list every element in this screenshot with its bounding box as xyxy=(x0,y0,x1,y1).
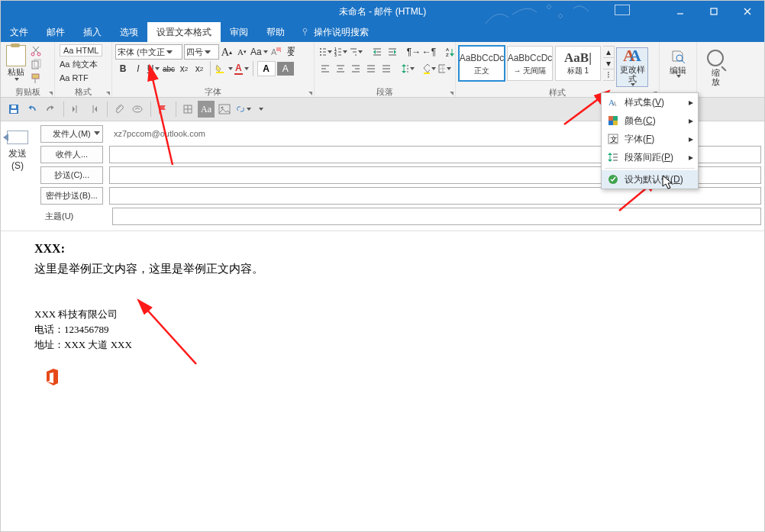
tab-format-text[interactable]: 设置文本格式 xyxy=(147,22,221,42)
format-rtf-button[interactable]: Aa RTF xyxy=(60,73,89,82)
decrease-indent-button[interactable] xyxy=(370,45,384,59)
underline-button[interactable]: U xyxy=(147,62,160,76)
paste-button[interactable]: 粘贴 xyxy=(4,44,28,86)
borders-button[interactable] xyxy=(437,62,451,76)
highlight-color-button[interactable] xyxy=(215,62,233,76)
zoom-button[interactable]: 缩放 xyxy=(702,50,729,97)
maximize-button[interactable] xyxy=(697,1,731,22)
increase-indent-button[interactable] xyxy=(386,45,399,59)
qat-attach-button[interactable] xyxy=(111,101,128,118)
from-button[interactable]: 发件人(M) xyxy=(40,125,103,143)
dd-paragraph-spacing[interactable]: 段落间距(P) ▸ xyxy=(602,148,698,166)
align-center-button[interactable] xyxy=(334,62,347,76)
dd-style-set[interactable]: AA 样式集(V) ▸ xyxy=(602,93,698,111)
qat-link-button[interactable] xyxy=(234,101,251,118)
sig-address: 地址：XXX 大道 XXX xyxy=(34,337,731,353)
tab-options[interactable]: 选项 xyxy=(111,22,147,42)
style-tile-heading1[interactable]: AaB| 标题 1 xyxy=(555,46,601,81)
subscript-button[interactable]: x2 xyxy=(177,62,191,76)
qat-previous-button[interactable] xyxy=(67,101,84,118)
bullets-button[interactable] xyxy=(318,45,332,59)
ltr-button[interactable]: ¶→ xyxy=(407,45,421,59)
tab-help[interactable]: 帮助 xyxy=(257,22,294,42)
svg-text:A: A xyxy=(271,47,277,56)
format-html-button[interactable]: Aa HTML xyxy=(60,44,102,56)
multilevel-button[interactable] xyxy=(349,45,363,59)
cut-button[interactable] xyxy=(30,45,42,57)
change-styles-button[interactable]: AA 更改样式 xyxy=(616,47,648,87)
character-shading-button[interactable]: A xyxy=(277,62,294,76)
grow-font-button[interactable]: A▴ xyxy=(220,45,234,59)
italic-button[interactable]: I xyxy=(131,62,145,76)
svg-rect-15 xyxy=(276,47,281,51)
style-set-icon: AA xyxy=(606,97,620,108)
tab-mail[interactable]: 邮件 xyxy=(37,22,74,42)
tab-file[interactable]: 文件 xyxy=(1,22,37,42)
shrink-font-button[interactable]: A▾ xyxy=(235,45,249,59)
qat-picture-button[interactable] xyxy=(216,101,233,118)
style-tile-normal[interactable]: AaBbCcDc 正文 xyxy=(459,46,505,81)
send-button[interactable]: 发送(S) xyxy=(8,147,27,171)
font-family-combo[interactable]: 宋体 (中文正 xyxy=(115,44,182,60)
bold-button[interactable]: B xyxy=(116,62,130,76)
font-size-combo[interactable]: 四号 xyxy=(184,44,219,60)
to-button[interactable]: 收件人... xyxy=(40,146,103,163)
tab-review[interactable]: 审阅 xyxy=(221,22,257,42)
group-clipboard: 粘贴 剪贴板 xyxy=(1,42,55,97)
format-plain-button[interactable]: Aa 纯文本 xyxy=(60,59,98,70)
svg-marker-93 xyxy=(73,106,75,112)
close-button[interactable] xyxy=(731,1,764,22)
change-styles-icon: AA xyxy=(623,48,641,63)
distribute-button[interactable] xyxy=(379,62,393,76)
character-border-button[interactable]: A xyxy=(257,61,276,76)
tab-insert[interactable]: 插入 xyxy=(74,22,111,42)
svg-marker-83 xyxy=(608,160,612,162)
minimize-button[interactable] xyxy=(663,1,697,22)
qat-customize-button[interactable] xyxy=(253,101,270,118)
qat-redo-button[interactable] xyxy=(42,101,59,118)
message-body[interactable]: XXX: 这里是举例正文内容，这里是举例正文内容。 XXX 科技有限公司 电话：… xyxy=(1,231,764,400)
styles-gallery-more[interactable]: ▴▾⁝ xyxy=(603,46,615,81)
svg-point-6 xyxy=(31,53,34,56)
qat-signature-button[interactable] xyxy=(129,101,146,118)
paragraph-spacing-icon xyxy=(606,152,620,163)
superscript-button[interactable]: x2 xyxy=(192,62,206,76)
cc-button[interactable]: 抄送(C)... xyxy=(40,166,103,184)
strikethrough-button[interactable]: abc xyxy=(162,62,176,76)
shading-button[interactable] xyxy=(422,62,436,76)
dd-set-default[interactable]: 设为默认值(D) xyxy=(602,170,698,189)
svg-text:文: 文 xyxy=(610,135,618,143)
qat-flag-button[interactable] xyxy=(154,101,171,118)
line-spacing-button[interactable] xyxy=(401,62,415,76)
submenu-arrow-icon: ▸ xyxy=(689,134,693,144)
numbering-button[interactable]: 123 xyxy=(334,45,347,59)
edit-button[interactable]: 编辑 xyxy=(664,47,692,97)
align-right-button[interactable] xyxy=(349,62,363,76)
dd-colors[interactable]: 颜色(C) ▸ xyxy=(602,111,698,130)
justify-button[interactable] xyxy=(364,62,378,76)
svg-rect-12 xyxy=(32,74,39,79)
qat-undo-button[interactable] xyxy=(24,101,40,118)
change-case-button[interactable]: Aa xyxy=(250,45,268,59)
qat-next-button[interactable] xyxy=(86,101,102,118)
bcc-button[interactable]: 密件抄送(B)... xyxy=(40,187,103,205)
qat-save-button[interactable] xyxy=(5,101,22,118)
align-left-button[interactable] xyxy=(318,62,332,76)
rtl-button[interactable]: ←¶ xyxy=(422,45,436,59)
ribbon-display-icon[interactable] xyxy=(615,5,630,15)
style-tile-nospacing[interactable]: AaBbCcDc → 无间隔 xyxy=(507,46,553,81)
phonetic-guide-button[interactable]: 变wen xyxy=(285,45,299,59)
svg-text:wen: wen xyxy=(288,46,295,50)
format-painter-button[interactable] xyxy=(30,73,42,85)
subject-input[interactable] xyxy=(112,208,761,225)
svg-text:3: 3 xyxy=(334,53,337,57)
qat-character-shading-button[interactable]: Aa xyxy=(198,101,215,118)
tell-me-search[interactable]: 操作说明搜索 xyxy=(294,26,375,39)
clear-formatting-button[interactable]: A xyxy=(270,45,283,59)
dd-fonts[interactable]: 文 字体(F) ▸ xyxy=(602,130,698,148)
svg-point-4 xyxy=(303,28,307,32)
copy-button[interactable] xyxy=(30,59,42,71)
qat-table-button[interactable] xyxy=(179,101,196,118)
clipboard-icon xyxy=(6,45,26,66)
font-color-button[interactable]: A xyxy=(234,62,249,76)
